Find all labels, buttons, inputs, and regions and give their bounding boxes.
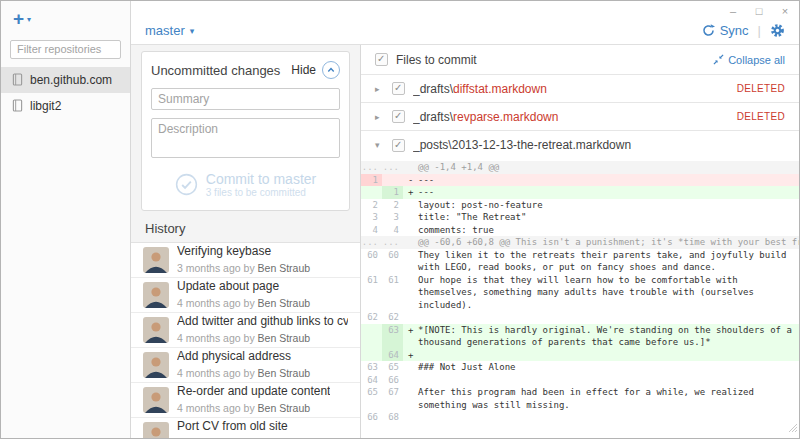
commit-meta: 4 months ago by Ben Straub xyxy=(177,297,310,309)
commit-author: Ben Straub xyxy=(258,402,311,414)
file-status-badge: DELETED xyxy=(737,111,785,122)
repository-sidebar: + ▾ ben.github.com libgit2 xyxy=(1,1,131,438)
hide-changes-button[interactable]: Hide xyxy=(291,61,340,79)
commit-message: Update about page xyxy=(177,279,310,293)
files-to-commit-panel: Files to commit Collapse all _drafts\dif… xyxy=(361,45,799,438)
diff-line-content: They liken it to the retreats their pare… xyxy=(403,249,799,274)
commit-history-item[interactable]: Port CV from old site 4 months ago by Be… xyxy=(131,418,360,438)
diff-new-line-number: 64 xyxy=(382,349,403,362)
close-button[interactable]: × xyxy=(779,5,791,17)
commit-to-master-button[interactable]: Commit to master 3 files to be committed xyxy=(151,162,340,204)
diff-line-content xyxy=(403,311,799,324)
commit-author: Ben Straub xyxy=(258,262,311,274)
diff-new-line-number: 67 xyxy=(382,386,403,411)
maximize-button[interactable]: □ xyxy=(753,5,765,17)
minimize-button[interactable]: – xyxy=(727,5,739,17)
check-circle-icon xyxy=(175,173,198,196)
branch-name: master xyxy=(145,23,185,38)
diff-line: 2 2 layout: post-no-feature xyxy=(361,199,799,212)
filter-repositories-input[interactable] xyxy=(10,40,121,59)
commit-message: Add physical address xyxy=(177,349,310,363)
chevron-up-circle-icon[interactable] xyxy=(322,61,340,79)
disclosure-triangle-icon[interactable] xyxy=(375,140,384,150)
avatar xyxy=(143,422,169,438)
diff-old-line-number: 60 xyxy=(361,249,382,274)
commit-summary-input[interactable] xyxy=(151,88,340,110)
repository-list-item[interactable]: libgit2 xyxy=(1,93,130,119)
diff-line-content: ---- xyxy=(403,174,799,187)
commit-history-item[interactable]: Add twitter and github links to cv 4 mon… xyxy=(131,313,360,348)
commit-history-item[interactable]: Verifying keybase 3 months ago by Ben St… xyxy=(131,243,360,278)
diff-line-content: After this program had been in effect fo… xyxy=(403,386,799,411)
diff-line-content: comments: true xyxy=(403,224,799,237)
avatar xyxy=(143,247,169,273)
changed-file-row[interactable]: _drafts\diffstat.markdown DELETED xyxy=(361,75,799,103)
diff-old-line-number: 63 xyxy=(361,361,382,374)
commit-meta: 4 months ago by Ben Straub xyxy=(177,332,310,344)
diff-line: 66 68 xyxy=(361,411,799,424)
files-to-commit-checkbox[interactable] xyxy=(375,53,388,66)
diff-old-line-number: ... xyxy=(361,236,382,249)
diff-new-line-number xyxy=(382,174,403,187)
commit-button-label: Commit to master xyxy=(206,171,316,187)
commit-meta: 4 months ago by Ben Straub xyxy=(177,367,310,379)
disclosure-triangle-icon[interactable] xyxy=(375,84,384,94)
avatar xyxy=(143,352,169,378)
commit-message: Re-order and update content xyxy=(177,384,330,398)
sync-label: Sync xyxy=(720,23,749,38)
history-title: History xyxy=(131,211,360,242)
diff-line: 65 67 After this program had been in eff… xyxy=(361,386,799,411)
branch-selector[interactable]: master ▾ xyxy=(145,23,194,38)
diff-line-content xyxy=(403,411,799,424)
window-resize-grip[interactable] xyxy=(787,418,797,436)
diff-line: 1 +--- xyxy=(361,186,799,199)
commit-meta: 4 months ago by Ben Straub xyxy=(177,402,310,414)
diff-line: ... ... @@ -1,4 +1,4 @@ xyxy=(361,161,799,174)
commit-author: Ben Straub xyxy=(258,437,311,438)
file-name: 2013-12-13-the-retreat.markdown xyxy=(452,138,631,152)
file-include-checkbox[interactable] xyxy=(392,139,405,152)
commit-history-item[interactable]: Add physical address 4 months ago by Ben… xyxy=(131,348,360,383)
commit-description-input[interactable] xyxy=(151,118,340,158)
diff-new-line-number: 65 xyxy=(382,361,403,374)
repository-list-item[interactable]: ben.github.com xyxy=(1,67,130,93)
diff-line: 63 +*[NOTE: This is hardly original. We'… xyxy=(361,324,799,349)
diff-sign: + xyxy=(408,324,413,337)
file-name: revparse.markdown xyxy=(453,110,558,124)
diff-old-line-number: 66 xyxy=(361,411,382,424)
repo-book-icon xyxy=(12,73,23,86)
changed-file-list: _drafts\diffstat.markdown DELETED _draft… xyxy=(361,75,799,159)
diff-new-line-number: 3 xyxy=(382,211,403,224)
diff-new-line-number: 62 xyxy=(382,311,403,324)
disclosure-triangle-icon[interactable] xyxy=(375,112,384,122)
uncommitted-changes-box: Uncommitted changes Hide Commit xyxy=(141,51,350,211)
plus-icon[interactable]: + xyxy=(13,11,24,27)
file-path: _drafts\diffstat.markdown xyxy=(413,82,547,96)
commit-author: Ben Straub xyxy=(258,297,311,309)
gear-icon[interactable] xyxy=(770,23,785,38)
github-for-windows-window: { "colors": { "accent": "#4183c4", "dele… xyxy=(0,0,800,439)
repository-name: libgit2 xyxy=(30,99,61,113)
changed-file-row[interactable]: _drafts\revparse.markdown DELETED xyxy=(361,103,799,131)
file-include-checkbox[interactable] xyxy=(392,110,405,123)
diff-line-content: @@ -1,4 +1,4 @@ xyxy=(403,161,799,174)
commit-history-item[interactable]: Update about page 4 months ago by Ben St… xyxy=(131,278,360,313)
diff-line-content: +--- xyxy=(403,186,799,199)
file-status-badge: DELETED xyxy=(737,83,785,94)
commit-button-subtext: 3 files to be committed xyxy=(206,187,316,198)
repository-name: ben.github.com xyxy=(30,73,112,87)
diff-old-line-number: 62 xyxy=(361,311,382,324)
file-path: _posts\2013-12-13-the-retreat.markdown xyxy=(413,138,631,152)
changed-file-row[interactable]: _posts\2013-12-13-the-retreat.markdown xyxy=(361,131,799,159)
diff-old-line-number: 65 xyxy=(361,386,382,411)
file-include-checkbox[interactable] xyxy=(392,82,405,95)
diff-new-line-number: 60 xyxy=(382,249,403,274)
diff-old-line-number: 64 xyxy=(361,374,382,387)
add-repository-button[interactable]: + ▾ xyxy=(1,1,130,33)
diff-new-line-number: 66 xyxy=(382,374,403,387)
diff-line-content: title: "The Retreat" xyxy=(403,211,799,224)
sync-button[interactable]: Sync xyxy=(702,23,749,38)
commit-history-item[interactable]: Re-order and update content 4 months ago… xyxy=(131,383,360,418)
avatar xyxy=(143,317,169,343)
collapse-all-button[interactable]: Collapse all xyxy=(713,54,785,66)
